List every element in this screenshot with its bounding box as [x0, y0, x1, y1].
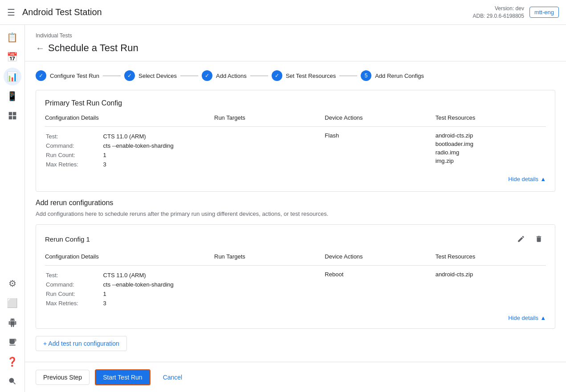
command-label: Command:	[46, 142, 102, 151]
edit-rerun-1-button[interactable]	[514, 232, 528, 246]
config-details-table: Test: CTS 11.0 (ARM) Command: cts --enab…	[45, 132, 214, 170]
step-4-checkmark: ✓	[275, 73, 279, 79]
rerun-1-col-header-test-resources: Test Resources	[436, 253, 546, 266]
step-add-actions: ✓ Add Actions	[202, 70, 247, 81]
col-config-details: Configuration Details Test: CTS 11.0 (AR…	[45, 114, 214, 170]
test-value: CTS 11.0 (ARM)	[103, 133, 213, 141]
topbar: ☰ Android Test Station Version: dev ADB:…	[0, 0, 566, 25]
rerun-1-col-device-actions: Device Actions Reboot	[325, 253, 435, 309]
run-count-label: Run Count:	[46, 152, 102, 160]
step-connector-4	[339, 76, 357, 76]
rerun-1-max-retries-value: 3	[103, 300, 213, 308]
main-content: Individual Tests ← Schedule a Test Run ✓…	[25, 25, 566, 392]
run-count-value: 1	[103, 152, 213, 160]
resource-radio: radio.img	[436, 149, 546, 156]
rerun-config-1-card: Rerun Config 1 Configuration Details	[36, 224, 555, 329]
rerun-1-run-count-value: 1	[103, 291, 213, 299]
rerun-1-test-label: Test:	[46, 272, 102, 280]
breadcrumb: Individual Tests	[36, 32, 72, 39]
rerun-section-desc: Add configurations here to schedule reru…	[36, 210, 555, 217]
rerun-1-run-count-label: Run Count:	[46, 291, 102, 299]
max-retries-value: 3	[103, 161, 213, 170]
sidebar-item-expand[interactable]	[4, 372, 21, 390]
rerun-section-title: Add rerun configurations	[36, 199, 555, 207]
delete-rerun-1-button[interactable]	[532, 232, 546, 246]
resource-img-zip: img.zip	[436, 158, 546, 164]
sidebar-item-results[interactable]: 📊	[4, 68, 21, 85]
rerun-1-max-retries-label: Max Retries:	[46, 300, 102, 308]
step-configure: ✓ Configure Test Run	[36, 70, 99, 81]
step-connector-2	[180, 76, 198, 76]
content-area: Primary Test Run Config Configuration De…	[25, 90, 566, 362]
step-set-resources: ✓ Set Test Resources	[272, 70, 336, 81]
resource-cts-zip: android-cts.zip	[436, 132, 546, 139]
sidebar-item-schedule[interactable]: 📅	[4, 48, 21, 66]
chevron-up-icon-rerun: ▲	[540, 315, 546, 321]
cancel-button[interactable]: Cancel	[156, 370, 190, 384]
rerun-1-col-header-device-actions: Device Actions	[325, 253, 435, 266]
command-value: cts --enable-token-sharding	[103, 142, 213, 151]
stepper: ✓ Configure Test Run ✓ Select Devices ✓ …	[25, 61, 566, 90]
rerun-1-col-header-config: Configuration Details	[45, 253, 214, 266]
step-connector-1	[103, 76, 121, 76]
primary-config-card: Primary Test Run Config Configuration De…	[36, 90, 555, 192]
sidebar: 📋 📅 📊 📱 ⚙ ⬜ ❓	[0, 25, 25, 392]
sidebar-item-android[interactable]	[4, 314, 21, 331]
hide-details-rerun-1[interactable]: Hide details ▲	[45, 315, 546, 321]
sidebar-item-logs[interactable]	[4, 333, 21, 351]
sidebar-item-namespaces[interactable]: ⬜	[4, 294, 21, 312]
rerun-1-device-actions-list: Reboot	[325, 271, 435, 278]
step-5-label: Add Rerun Configs	[375, 73, 424, 79]
rerun-1-col-run-targets: Run Targets	[214, 253, 325, 309]
app-title: Android Test Station	[22, 7, 473, 17]
back-button[interactable]: ←	[36, 43, 45, 53]
step-3-label: Add Actions	[216, 73, 247, 79]
step-4-label: Set Test Resources	[286, 73, 336, 79]
col-header-run-targets: Run Targets	[214, 114, 325, 127]
max-retries-label: Max Retries:	[46, 161, 102, 170]
svg-rect-2	[8, 116, 12, 120]
sidebar-item-help[interactable]: ❓	[4, 353, 21, 371]
rerun-1-test-value: CTS 11.0 (ARM)	[103, 272, 213, 280]
chevron-up-icon: ▲	[540, 176, 546, 182]
col-header-device-actions: Device Actions	[325, 114, 435, 127]
page-header: ← Schedule a Test Run	[25, 39, 566, 61]
sidebar-item-settings[interactable]: ⚙	[4, 275, 21, 292]
add-test-run-config-button[interactable]: + Add test run configuration	[36, 336, 127, 351]
col-test-resources: Test Resources android-cts.zip bootloade…	[436, 114, 546, 170]
sidebar-item-tests[interactable]: 📋	[4, 28, 21, 46]
rerun-1-device-action-reboot: Reboot	[325, 271, 435, 278]
start-test-run-button[interactable]: Start Test Run	[95, 369, 150, 385]
step-connector-3	[250, 76, 268, 76]
env-badge[interactable]: mtt-eng	[529, 7, 559, 18]
sidebar-item-devices[interactable]: 📱	[4, 87, 21, 105]
step-2-checkmark: ✓	[127, 73, 132, 79]
rerun-1-resource-cts-zip: android-cts.zip	[436, 271, 546, 278]
rerun-1-details-table: Test: CTS 11.0 (ARM) Command: cts --enab…	[45, 271, 214, 309]
step-4-circle: ✓	[272, 70, 282, 81]
primary-test-resources-list: android-cts.zip bootloader.img radio.img…	[436, 132, 546, 164]
rerun-1-config-grid: Configuration Details Test: CTS 11.0 (AR…	[45, 253, 546, 309]
rerun-config-1-title: Rerun Config 1	[45, 235, 90, 243]
version-info: Version: dev ADB: 29.0.6-6198805	[473, 5, 524, 20]
step-2-label: Select Devices	[138, 73, 177, 79]
previous-step-button[interactable]: Previous Step	[36, 370, 90, 385]
rerun-1-col-test-resources: Test Resources android-cts.zip	[436, 253, 546, 309]
step-5-circle: 5	[361, 70, 371, 81]
rerun-card-1-header: Rerun Config 1	[45, 232, 546, 246]
config-grid: Configuration Details Test: CTS 11.0 (AR…	[45, 114, 546, 170]
resource-bootloader: bootloader.img	[436, 141, 546, 147]
hide-details-primary[interactable]: Hide details ▲	[45, 176, 546, 182]
col-header-config: Configuration Details	[45, 114, 214, 127]
sidebar-item-device-sets[interactable]	[4, 107, 21, 125]
step-1-checkmark: ✓	[39, 73, 43, 79]
step-1-label: Configure Test Run	[50, 73, 99, 79]
menu-icon[interactable]: ☰	[7, 7, 15, 18]
rerun-1-command-label: Command:	[46, 281, 102, 290]
step-2-circle: ✓	[124, 70, 135, 81]
step-rerun-configs: 5 Add Rerun Configs	[361, 70, 424, 81]
col-header-test-resources: Test Resources	[436, 114, 546, 127]
col-run-targets: Run Targets	[214, 114, 325, 170]
step-3-checkmark: ✓	[205, 73, 209, 79]
svg-rect-1	[12, 112, 16, 115]
